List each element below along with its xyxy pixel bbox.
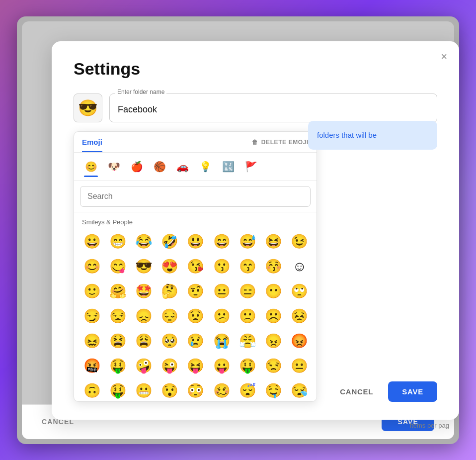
emoji-cell[interactable]: 😀: [80, 230, 104, 254]
dialog-cancel-button[interactable]: CANCEL: [332, 382, 381, 401]
emoji-panel: Emoji 🗑 DELETE EMOJI 😊 🐶 🍎 🏀 🚗 💡 🔣 🚩: [74, 131, 317, 402]
emoji-cell[interactable]: 🥺: [158, 329, 182, 353]
emoji-cell[interactable]: 😃: [184, 230, 208, 254]
category-objects-button[interactable]: 💡: [194, 157, 216, 177]
category-row: 😊 🐶 🍎 🏀 🚗 💡 🔣 🚩: [74, 153, 317, 181]
info-box: folders that will be: [308, 121, 437, 150]
emoji-grid: 😀 😁 😂 🤣 😃 😄 😅 😆 😉 😊 😋 😎 😍: [80, 230, 313, 401]
folder-name-row: 😎 Enter folder name: [74, 93, 437, 122]
emoji-cell[interactable]: 😩: [132, 329, 156, 353]
emoji-cell[interactable]: 🤬: [80, 354, 104, 378]
emoji-cell[interactable]: 😙: [236, 255, 259, 278]
emoji-cell[interactable]: 🤑: [106, 354, 130, 378]
emoji-cell[interactable]: 😳: [184, 379, 208, 401]
emoji-cell[interactable]: 😒: [262, 354, 286, 378]
delete-emoji-button[interactable]: 🗑 DELETE EMOJI: [252, 139, 309, 151]
emoji-cell[interactable]: 😕: [210, 304, 234, 328]
category-smileys-button[interactable]: 😊: [80, 157, 102, 177]
close-button[interactable]: ×: [441, 51, 447, 62]
emoji-cell[interactable]: 😗: [210, 255, 234, 278]
category-flags-button[interactable]: 🚩: [240, 157, 262, 177]
emoji-cell[interactable]: 😛: [210, 354, 234, 378]
settings-dialog: × Settings 😎 Enter folder name Emoji 🗑: [52, 41, 459, 420]
emoji-preview-button[interactable]: 😎: [74, 93, 102, 122]
emoji-search-wrap: [74, 181, 317, 212]
outer-frame: × Settings 😎 Enter folder name Emoji 🗑: [17, 16, 459, 444]
emoji-cell[interactable]: 🤤: [262, 379, 286, 401]
folder-name-label: Enter folder name: [115, 89, 166, 95]
emoji-cell[interactable]: 😶: [262, 279, 286, 303]
emoji-cell[interactable]: 😚: [262, 255, 286, 278]
emoji-cell[interactable]: 😪: [288, 379, 312, 401]
category-food-button[interactable]: 🍎: [126, 157, 148, 177]
emoji-cell[interactable]: 😂: [132, 230, 156, 254]
emoji-cell[interactable]: 😠: [262, 329, 286, 353]
delete-emoji-label: DELETE EMOJI: [261, 139, 309, 146]
emoji-cell[interactable]: 😜: [158, 354, 182, 378]
emoji-preview-icon: 😎: [78, 98, 98, 117]
emoji-cell[interactable]: 😅: [236, 230, 259, 254]
info-box-text: folders that will be: [317, 131, 377, 139]
emoji-cell[interactable]: 🤩: [132, 279, 156, 303]
emoji-cell[interactable]: 🙂: [80, 279, 104, 303]
emoji-cell[interactable]: 😑: [236, 279, 259, 303]
emoji-cell[interactable]: 😎: [132, 255, 156, 278]
emoji-cell[interactable]: 😉: [288, 230, 312, 254]
emoji-cell[interactable]: 😝: [184, 354, 208, 378]
dialog-title: Settings: [74, 59, 437, 79]
emoji-cell[interactable]: 🤔: [158, 279, 182, 303]
category-symbols-button[interactable]: 🔣: [217, 157, 239, 177]
emoji-cell[interactable]: 😁: [106, 230, 130, 254]
emoji-cell[interactable]: 🙁: [236, 304, 259, 328]
category-travel-button[interactable]: 🚗: [171, 157, 193, 177]
dialog-save-button[interactable]: SAVE: [388, 381, 437, 402]
emoji-cell[interactable]: 🤑: [236, 354, 259, 378]
emoji-cell[interactable]: 😖: [80, 329, 104, 353]
emoji-cell[interactable]: 😟: [184, 304, 208, 328]
emoji-cell[interactable]: 😞: [132, 304, 156, 328]
emoji-cell[interactable]: 😡: [288, 329, 312, 353]
category-activities-button[interactable]: 🏀: [149, 157, 170, 177]
emoji-cell[interactable]: 😍: [158, 255, 182, 278]
emoji-cell[interactable]: 🤪: [132, 354, 156, 378]
folder-name-input[interactable]: [109, 93, 437, 122]
emoji-cell[interactable]: 😢: [184, 329, 208, 353]
emoji-cell[interactable]: 😘: [184, 255, 208, 278]
inner-bg: × Settings 😎 Enter folder name Emoji 🗑: [22, 21, 454, 439]
emoji-cell[interactable]: 😏: [80, 304, 104, 328]
emoji-cell[interactable]: 🤣: [158, 230, 182, 254]
emoji-cell[interactable]: 😯: [158, 379, 182, 401]
emoji-cell[interactable]: 😐: [210, 279, 234, 303]
emoji-cell[interactable]: 🤑: [106, 379, 130, 401]
emoji-cell[interactable]: 😔: [158, 304, 182, 328]
emoji-cell[interactable]: 😊: [80, 255, 104, 278]
trash-icon: 🗑: [252, 139, 258, 146]
emoji-cell[interactable]: 🤗: [106, 279, 130, 303]
emoji-cell[interactable]: ☹️: [262, 304, 286, 328]
emoji-cell[interactable]: ☺️: [288, 255, 312, 278]
emoji-cell[interactable]: 😆: [262, 230, 286, 254]
emoji-grid-wrap[interactable]: Smileys & People 😀 😁 😂 🤣 😃 😄 😅 😆 😉: [74, 212, 317, 401]
emoji-cell[interactable]: 🥴: [210, 379, 234, 401]
emoji-cell[interactable]: 😒: [106, 304, 130, 328]
items-per-page-label: Items per pag: [410, 422, 455, 429]
emoji-tab[interactable]: Emoji: [82, 138, 102, 152]
dialog-actions: CANCEL SAVE: [332, 381, 437, 402]
emoji-cell[interactable]: 😋: [106, 255, 130, 278]
emoji-cell[interactable]: 😐: [288, 354, 312, 378]
emoji-cell[interactable]: 😫: [106, 329, 130, 353]
emoji-cell[interactable]: 😤: [236, 329, 259, 353]
emoji-cell[interactable]: 😴: [236, 379, 259, 401]
emoji-search-input[interactable]: [80, 186, 311, 207]
emoji-cell[interactable]: 😣: [288, 304, 312, 328]
section-label-smileys: Smileys & People: [80, 216, 313, 230]
folder-name-field: Enter folder name: [109, 93, 437, 122]
emoji-cell[interactable]: 🙃: [80, 379, 104, 401]
category-animals-button[interactable]: 🐶: [103, 157, 125, 177]
emoji-panel-header: Emoji 🗑 DELETE EMOJI: [74, 132, 317, 153]
emoji-cell[interactable]: 😄: [210, 230, 234, 254]
emoji-cell[interactable]: 🤨: [184, 279, 208, 303]
emoji-cell[interactable]: 😭: [210, 329, 234, 353]
emoji-cell[interactable]: 😬: [132, 379, 156, 401]
emoji-cell[interactable]: 🙄: [288, 279, 312, 303]
